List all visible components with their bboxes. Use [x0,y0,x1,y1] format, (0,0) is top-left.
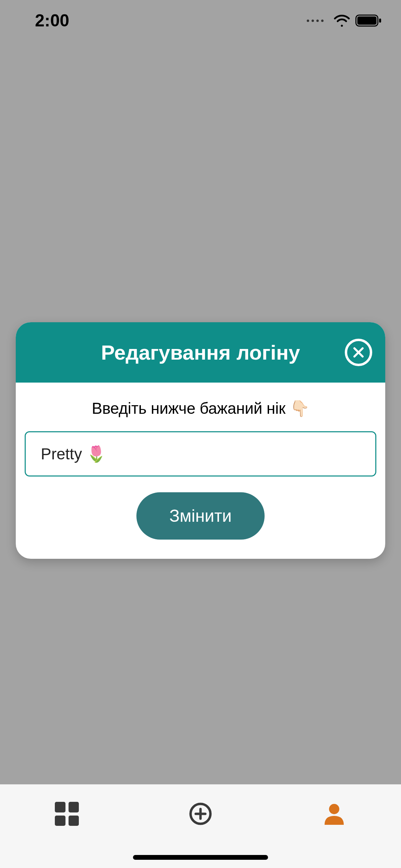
wifi-icon [334,14,350,27]
nickname-input[interactable] [25,431,376,477]
modal-title: Редагування логіну [101,341,300,364]
tab-grid[interactable] [29,800,105,828]
status-indicators [307,14,382,27]
tab-add[interactable] [163,800,238,828]
svg-point-3 [329,804,339,814]
modal-body: Введіть нижче бажаний нік 👇🏻 Змінити [16,383,385,559]
tab-bar [0,784,401,868]
nickname-input-wrap [25,431,376,477]
battery-icon [355,14,382,27]
plus-circle-icon [189,802,212,825]
close-icon [352,346,365,359]
cell-signal-icon [307,20,324,22]
status-time: 2:00 [35,11,69,31]
modal-header: Редагування логіну [16,322,385,383]
close-button[interactable] [345,339,372,366]
submit-button[interactable]: Змінити [136,492,265,540]
grid-icon [55,802,79,826]
status-bar: 2:00 [0,0,401,41]
svg-rect-6 [379,19,381,23]
edit-login-modal: Редагування логіну Введіть нижче бажаний… [16,322,385,559]
svg-rect-5 [357,16,377,25]
person-icon [322,801,347,826]
tab-profile[interactable] [296,800,372,828]
modal-subtitle: Введіть нижче бажаний нік 👇🏻 [25,399,376,418]
home-indicator [133,855,268,860]
